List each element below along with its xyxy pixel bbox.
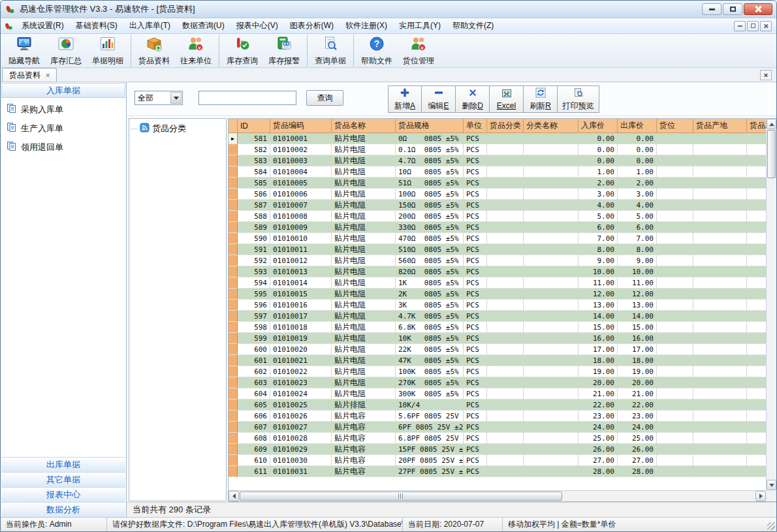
dropdown-button[interactable]: [170, 92, 182, 104]
menu-item[interactable]: 报表中心(V): [230, 18, 284, 33]
action-button[interactable]: 编辑E: [422, 86, 456, 113]
table-row[interactable]: 589 01010009 贴片电阻 330Ω 0805 ±5% PCS 6.00…: [229, 222, 766, 233]
tabstrip-close-button[interactable]: ×: [760, 70, 772, 80]
sidebar-item[interactable]: 生产入库单: [1, 119, 126, 138]
mdi-minimize-button[interactable]: [734, 21, 746, 31]
table-row[interactable]: 592 01010012 贴片电阻 560Ω 0805 ±5% PCS 9.00…: [229, 255, 766, 266]
toolbar-button[interactable]: ? 帮助文件: [356, 35, 398, 67]
toolbar-button[interactable]: 库存查询: [221, 35, 263, 67]
menu-item[interactable]: 图表分析(W): [284, 18, 340, 33]
menu-item[interactable]: 出入库单(T): [123, 18, 176, 33]
action-button[interactable]: 新增A: [388, 86, 422, 113]
action-button[interactable]: 打印预览: [558, 86, 599, 113]
tab-close-icon[interactable]: ×: [46, 71, 50, 79]
close-button[interactable]: [744, 3, 772, 15]
scroll-down-button[interactable]: [767, 480, 776, 490]
table-row[interactable]: 602 01010022 贴片电阻 100K 0805 ±5% PCS 19.0…: [229, 366, 766, 377]
table-row[interactable]: 610 01010030 贴片电容 20PF 0805 25V ±1 PCS 2…: [229, 455, 766, 466]
column-header[interactable]: 分类名称: [524, 119, 579, 133]
toolbar-button[interactable]: ¥ 货位管理: [398, 35, 439, 67]
column-header[interactable]: 货品编码: [270, 119, 332, 133]
column-header[interactable]: 货品名称: [332, 119, 396, 133]
table-row[interactable]: 582 01010002 贴片电阻 0.1Ω 0805 ±5% PCS 0.00…: [229, 144, 766, 155]
column-header[interactable]: 货品材: [747, 119, 766, 133]
window-title: 易速仓库管理软件 V3.3 - 易速软件 - [货品资料]: [20, 3, 195, 15]
vertical-scrollbar[interactable]: [766, 119, 776, 490]
maximize-button[interactable]: [723, 3, 742, 15]
table-row[interactable]: 594 01010014 贴片电阻 1K 0805 ±5% PCS 11.00 …: [229, 277, 766, 289]
menu-item[interactable]: 基础资料(S): [70, 18, 123, 33]
horizontal-scroll-thumb[interactable]: [240, 492, 562, 501]
table-row[interactable]: 604 01010024 贴片电阻 300K 0805 ±5% PCS 21.0…: [229, 388, 766, 399]
sidebar-group-bar[interactable]: 其它单据: [1, 472, 125, 487]
toolbar-button[interactable]: 查询单据: [309, 35, 354, 67]
table-row[interactable]: 611 01010031 贴片电容 27PF 0805 25V ±1 PCS 2…: [229, 466, 766, 477]
table-row[interactable]: 609 01010029 贴片电容 15PF 0805 25V ±1 PCS 2…: [229, 444, 766, 455]
action-button[interactable]: 删除D: [456, 86, 490, 113]
scroll-up-button[interactable]: [767, 119, 776, 129]
table-row[interactable]: 606 01010026 贴片电容 5.6PF 0805 25V ±1 PCS …: [229, 411, 766, 422]
menu-item[interactable]: 系统设置(R): [16, 18, 70, 33]
table-row[interactable]: 591 01010011 贴片电阻 510Ω 0805 ±5% PCS 8.00…: [229, 244, 766, 255]
table-row[interactable]: 599 01010019 贴片电阻 10K 0805 ±5% PCS 16.00…: [229, 333, 766, 344]
horizontal-scrollbar[interactable]: [229, 490, 766, 501]
toolbar-button[interactable]: 库存报警: [263, 35, 308, 67]
sidebar-item[interactable]: 采购入库单: [1, 100, 126, 119]
table-row[interactable]: 583 01010003 贴片电阻 4.7Ω 0805 ±5% PCS 0.00…: [229, 155, 766, 166]
column-header[interactable]: 货位: [657, 119, 693, 133]
mdi-close-button[interactable]: [760, 21, 772, 31]
search-input[interactable]: [198, 91, 296, 105]
toolbar-button[interactable]: 库存汇总: [45, 35, 87, 67]
sidebar-group-bar[interactable]: 报表中心: [1, 487, 125, 502]
resize-grip[interactable]: [767, 522, 775, 530]
table-row[interactable]: 593 01010013 贴片电阻 820Ω 0805 ±5% PCS 10.0…: [229, 266, 766, 277]
table-row[interactable]: ▶ 581 01010001 贴片电阻 0Ω 0805 ±5% PCS 0.00: [229, 133, 766, 144]
sidebar-group-bar[interactable]: 出库单据: [1, 457, 125, 472]
sidebar-item[interactable]: 领用退回单: [1, 138, 126, 157]
table-row[interactable]: 596 01010016 贴片电阻 3K 0805 ±5% PCS 13.00 …: [229, 300, 766, 311]
category-dropdown[interactable]: 全部: [135, 91, 183, 105]
table-row[interactable]: 585 01010005 贴片电阻 51Ω 0805 ±5% PCS 2.00 …: [229, 178, 766, 189]
sidebar-group-bar[interactable]: 数据分析: [1, 502, 125, 517]
toolbar-button[interactable]: 单据明细: [87, 35, 131, 67]
toolbar-button[interactable]: ¥ 往来单位: [175, 35, 219, 67]
table-row[interactable]: 586 01010006 贴片电阻 100Ω 0805 ±5% PCS 3.00…: [229, 189, 766, 200]
column-header[interactable]: 单位: [464, 119, 487, 133]
table-row[interactable]: 601 01010021 贴片电阻 47K 0805 ±5% PCS 18.00…: [229, 355, 766, 366]
table-row[interactable]: 600 01010020 贴片电阻 22K 0805 ±5% PCS 17.00…: [229, 344, 766, 355]
table-row[interactable]: 608 01010028 贴片电容 6.8PF 0805 25V ±1 PCS …: [229, 433, 766, 444]
table-row[interactable]: 587 01010007 贴片电阻 150Ω 0805 ±5% PCS 4.00…: [229, 200, 766, 211]
tab-goods-data[interactable]: 货品资料 ×: [2, 68, 57, 82]
column-header[interactable]: 出库价: [618, 119, 657, 133]
scroll-left-button[interactable]: [229, 491, 239, 501]
table-row[interactable]: 590 01010010 贴片电阻 470Ω 0805 ±5% PCS 7.00…: [229, 233, 766, 244]
scroll-right-button[interactable]: [755, 491, 766, 501]
minimize-button[interactable]: [702, 3, 722, 15]
table-row[interactable]: 607 01010027 贴片电容 6PF 0805 25V ±2 PCS 24…: [229, 422, 766, 433]
table-row[interactable]: 584 01010004 贴片电阻 10Ω 0805 ±5% PCS 1.00 …: [229, 166, 766, 178]
column-header[interactable]: 入库价: [579, 119, 618, 133]
mdi-restore-button[interactable]: [747, 21, 759, 31]
sidebar-group-inbound[interactable]: 入库单据: [1, 83, 125, 98]
table-row[interactable]: 595 01010015 贴片电阻 2K 0805 ±5% PCS 12.00 …: [229, 289, 766, 300]
menu-item[interactable]: 帮助文件(Z): [447, 18, 500, 33]
menu-item[interactable]: 实用工具(Y): [393, 18, 447, 33]
column-header[interactable]: 货品分类: [487, 119, 524, 133]
menu-item[interactable]: 软件注册(X): [340, 18, 393, 33]
table-row[interactable]: 588 01010008 贴片电阻 200Ω 0805 ±5% PCS 5.00…: [229, 211, 766, 222]
query-button[interactable]: 查询: [306, 90, 343, 106]
column-header[interactable]: 货品产地: [693, 119, 747, 133]
tree-node-goods-category[interactable]: 货品分类: [129, 119, 226, 136]
vertical-scroll-thumb[interactable]: [767, 130, 776, 178]
column-header[interactable]: 货品规格: [396, 119, 464, 133]
toolbar-button[interactable]: 隐藏导航: [3, 35, 45, 67]
action-button[interactable]: Excel: [490, 86, 524, 113]
table-row[interactable]: 603 01010023 贴片电阻 270K 0805 ±5% PCS 20.0…: [229, 377, 766, 388]
action-button[interactable]: 刷新R: [524, 86, 558, 113]
table-row[interactable]: 598 01010018 贴片电阻 6.8K 0805 ±5% PCS 15.0…: [229, 322, 766, 333]
table-row[interactable]: 597 01010017 贴片电阻 4.7K 0805 ±5% PCS 14.0…: [229, 311, 766, 322]
column-header[interactable]: ID: [238, 119, 270, 133]
menu-item[interactable]: 数据查询(U): [176, 18, 230, 33]
toolbar-button[interactable]: 货品资料: [133, 35, 175, 67]
table-row[interactable]: 605 01010025 贴片排阻 10K/4 PCS 22.00 22.00: [229, 399, 766, 411]
